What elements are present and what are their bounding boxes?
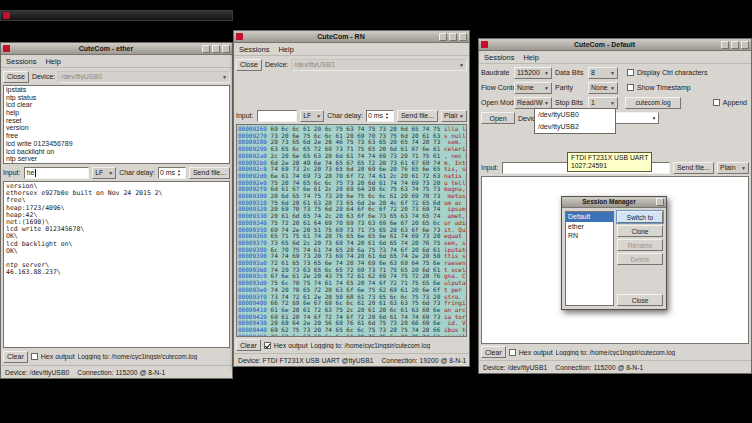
titlebar[interactable]: CuteCom - ether [1,43,232,55]
eol-value: LF [95,169,103,176]
close-button[interactable] [222,45,230,53]
flow-control-combo[interactable]: None ▼ [514,82,552,94]
show-timestamp-label: Show Timestamp [637,84,691,91]
clear-button[interactable]: Clear [3,351,28,363]
close-device-button[interactable]: Close [3,71,29,83]
baudrate-combo[interactable]: 115200 ▼ [514,67,552,79]
spinner-arrows-icon[interactable]: ▲▼ [177,169,181,177]
session-item[interactable]: Default [566,212,613,222]
open-mode-value: Read/Write [517,99,543,106]
tooltip-device-name: FTDI FT231X USB UART [571,154,648,162]
device-option[interactable]: /dev/ttyUSB0 [535,109,615,121]
maximize-button[interactable] [731,41,739,49]
close-button[interactable] [741,41,749,49]
send-file-button[interactable]: Send file... [673,162,714,174]
dialog-titlebar[interactable]: Session Manager [562,197,666,208]
close-icon[interactable] [656,198,664,206]
chevron-down-icon: ▼ [651,115,656,121]
hex-output-checkbox[interactable] [509,349,516,356]
session-list[interactable]: DefaultetherRN [565,211,614,306]
output-line: lcd backlight on\ [6,241,227,248]
cutecom-app-icon [481,41,488,48]
minimize-button[interactable] [202,45,210,53]
input-label: Input: [481,164,499,171]
close-dialog-button[interactable]: Close [617,294,663,306]
minimize-button[interactable] [439,33,447,41]
shaded-window-titlebar[interactable] [0,10,233,21]
append-checkbox[interactable] [713,99,720,106]
char-delay-spinner[interactable]: 0 ms ▲▼ [366,110,394,122]
show-timestamp-checkbox[interactable] [627,84,634,91]
chevron-down-icon: ▼ [544,70,549,76]
open-button[interactable]: Open [481,112,515,124]
output-line: OK\ [6,248,227,255]
open-mode-combo[interactable]: Read/Write ▼ [514,97,552,109]
maximize-button[interactable] [212,45,220,53]
chevron-down-icon: ▼ [544,85,549,91]
device-dropdown-popup: /dev/ttyUSB0/dev/ttyUSB2 [534,108,616,134]
menu-help[interactable]: Help [278,45,293,54]
display-mode-combo[interactable]: Plain ▼ [717,162,749,174]
hex-output-checkbox[interactable] [264,342,271,349]
baudrate-label: Baudrate [481,69,511,76]
input-field[interactable]: he [24,167,90,179]
chevron-down-icon: ▼ [610,100,615,106]
stop-bits-combo[interactable]: 1 ▼ [588,97,618,109]
log-file-button[interactable]: cutecom.log [625,97,681,109]
menubar: Sessions Help [1,55,232,68]
baudrate-value: 115200 [517,69,540,76]
history-item[interactable]: lcd clear [4,101,229,109]
history-item[interactable]: reset [4,117,229,125]
hex-output-area[interactable]: 00009260 69 6c 6c 61 20 6c 75 63 74 75 7… [236,124,467,337]
display-ctrl-label: Display Ctrl characters [637,69,707,76]
command-history-list[interactable]: ipstatsntp statuslcd clearhelpresetversi… [3,85,230,164]
send-file-button[interactable]: Send file... [189,167,230,179]
switch-to-button[interactable]: Switch to [617,211,663,223]
history-item[interactable]: lcd write 0123456789 [4,140,229,148]
input-field[interactable] [257,110,298,122]
menu-sessions[interactable]: Sessions [239,45,269,54]
menu-sessions[interactable]: Sessions [6,57,36,66]
history-item[interactable]: version [4,124,229,132]
session-item[interactable]: ether [566,222,613,232]
clear-button[interactable]: Clear [236,339,261,351]
eol-combo[interactable]: LF ▼ [300,110,324,122]
close-device-button[interactable]: Close [236,59,262,71]
output-area[interactable]: version\ethersex e927b0e built on Nov 24… [3,181,230,348]
device-combo[interactable]: /dev/ttyUSB1 ▼ [291,59,467,71]
spinner-arrows-icon[interactable]: ▲▼ [385,112,389,120]
history-item[interactable]: ipstats [4,86,229,94]
titlebar[interactable]: CuteCom - Default [479,39,751,51]
hex-output-checkbox[interactable] [31,353,38,360]
status-device: Device: /dev/ttyUSB0 [5,369,69,376]
menu-sessions[interactable]: Sessions [484,53,514,62]
history-item[interactable]: help [4,109,229,117]
close-button[interactable] [459,33,467,41]
char-delay-spinner[interactable]: 0 ms ▲▼ [158,167,186,179]
display-ctrl-checkbox[interactable] [627,69,634,76]
history-item[interactable]: lcd backlight on [4,148,229,156]
cutecom-app-icon [3,45,10,52]
status-connection: Connection: 19200 @ 8-N-1 [381,357,466,364]
maximize-button[interactable] [449,33,457,41]
statusbar: Device: /dev/ttyUSB1 Connection: 115200 … [479,360,751,373]
menu-help[interactable]: Help [45,57,60,66]
history-item[interactable]: ntp status [4,94,229,102]
history-item[interactable]: ntp server [4,155,229,163]
send-file-button[interactable]: Send file... [397,110,438,122]
clear-button[interactable]: Clear [481,346,506,358]
device-combo[interactable]: /dev/ttyUSB0 ▼ [58,71,230,83]
device-option[interactable]: /dev/ttyUSB2 [535,121,615,133]
session-item[interactable]: RN [566,231,613,241]
window-title: CuteCom - RN [245,31,437,42]
menu-help[interactable]: Help [523,53,538,62]
parity-combo[interactable]: None ▼ [588,82,618,94]
clone-button[interactable]: Clone [617,225,663,237]
display-mode-combo[interactable]: Plain ▼ [441,110,467,122]
minimize-button[interactable] [721,41,729,49]
data-bits-combo[interactable]: 8 ▼ [588,67,618,79]
history-item[interactable]: free [4,132,229,140]
titlebar[interactable]: CuteCom - RN [234,31,469,43]
eol-combo[interactable]: LF ▼ [92,167,116,179]
cutecom-app-icon [236,33,243,40]
